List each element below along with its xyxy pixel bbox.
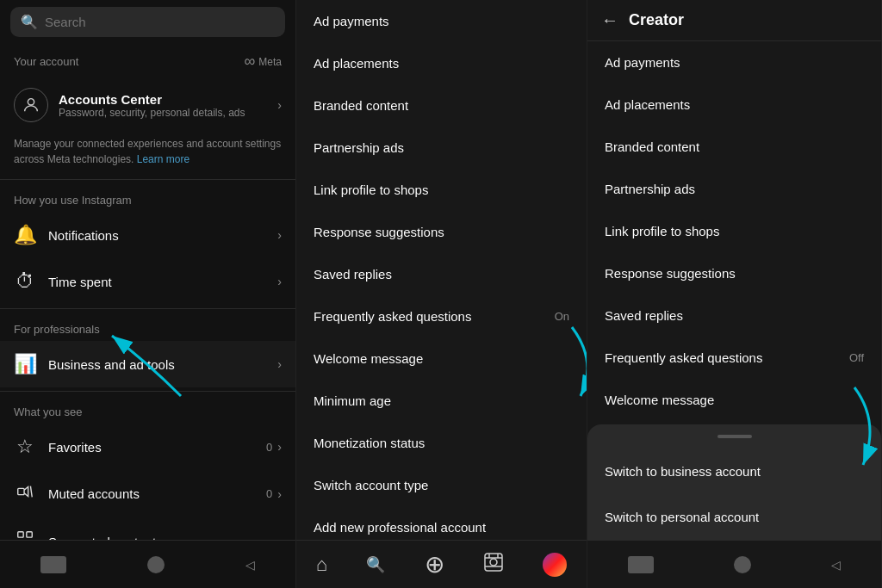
right-bottom-nav: ◁ xyxy=(587,540,881,588)
right-item-label-5: Response suggestions xyxy=(605,266,736,281)
mid-menu-item[interactable]: Minimum age xyxy=(296,380,587,422)
mid-item-label-10: Monetization status xyxy=(314,436,425,450)
android-circle-btn-right[interactable] xyxy=(734,556,751,573)
mid-item-label-5: Response suggestions xyxy=(314,225,444,239)
right-menu-item[interactable]: Frequently asked questions Off xyxy=(587,337,881,379)
accounts-center-text: Accounts Center Password, security, pers… xyxy=(59,92,245,119)
for-professionals-label: For professionals xyxy=(0,313,295,341)
meta-info-text: Manage your connected experiences and ac… xyxy=(0,131,295,176)
favorites-count: 0 xyxy=(266,441,272,454)
notifications-chevron: › xyxy=(277,228,282,242)
search-nav-icon[interactable]: 🔍 xyxy=(366,555,385,574)
muted-accounts-icon xyxy=(14,482,36,505)
mid-item-label-8: Welcome message xyxy=(314,351,423,366)
accounts-center-row[interactable]: Accounts Center Password, security, pers… xyxy=(0,79,295,131)
favorites-icon: ☆ xyxy=(14,436,36,458)
mid-item-label-9: Minimum age xyxy=(314,393,391,408)
how-you-use-label: How you use Instagram xyxy=(0,183,295,212)
mid-item-badge-7: On xyxy=(555,310,569,323)
right-menu-item[interactable]: Saved replies xyxy=(587,294,881,337)
right-panel-header: ← Creator xyxy=(587,0,881,41)
mid-item-label-11: Switch account type xyxy=(314,478,428,492)
mid-bottom-nav: ⌂ 🔍 ⊕ xyxy=(296,540,587,588)
divider-3 xyxy=(0,391,295,392)
svg-rect-3 xyxy=(18,532,23,537)
sheet-items-list: Switch to business accountSwitch to pers… xyxy=(587,449,881,540)
right-item-label-0: Ad payments xyxy=(605,55,680,70)
mid-panel: Ad payments Ad placements Branded conten… xyxy=(296,0,587,588)
muted-chevron: › xyxy=(277,487,282,501)
android-back-btn-right[interactable]: ◁ xyxy=(831,558,841,572)
right-menu-item[interactable]: Branded content xyxy=(587,126,881,168)
right-menu-item[interactable]: Partnership ads xyxy=(587,168,881,210)
time-spent-menu-item[interactable]: ⏱ Time spent › xyxy=(0,258,295,305)
mid-menu-item[interactable]: Add new professional account xyxy=(296,506,587,540)
profile-avatar[interactable] xyxy=(543,553,567,577)
what-you-see-label: What you see xyxy=(0,395,295,424)
accounts-center-icon xyxy=(14,88,48,122)
mid-menu-item[interactable]: Saved replies xyxy=(296,253,587,295)
mid-menu-item[interactable]: Welcome message xyxy=(296,337,587,380)
right-menu-item[interactable]: Link profile to shops xyxy=(587,210,881,252)
mid-menu-item[interactable]: Frequently asked questions On xyxy=(296,295,587,337)
divider-1 xyxy=(0,179,295,180)
notifications-menu-item[interactable]: 🔔 Notifications › xyxy=(0,212,295,258)
mid-menu-item[interactable]: Ad payments xyxy=(296,0,587,42)
right-item-label-1: Ad placements xyxy=(605,97,690,112)
right-menu-item[interactable]: Ad payments xyxy=(587,41,881,84)
android-square-btn[interactable] xyxy=(40,556,66,573)
right-item-label-4: Link profile to shops xyxy=(605,224,719,238)
mid-item-label-0: Ad payments xyxy=(314,14,389,28)
business-ad-tools-label: Business and ad tools xyxy=(48,357,175,372)
right-panel-title: Creator xyxy=(629,11,684,29)
right-item-label-8: Welcome message xyxy=(605,393,714,407)
left-bottom-nav: ◁ xyxy=(0,540,295,588)
android-circle-btn[interactable] xyxy=(147,556,165,573)
right-panel: ← Creator Ad payments Ad placements Bran… xyxy=(587,0,882,588)
right-menu-item[interactable]: Ad placements xyxy=(587,84,881,126)
accounts-center-chevron: › xyxy=(277,98,282,112)
mid-menu-item[interactable]: Branded content xyxy=(296,84,587,127)
favorites-label: Favorites xyxy=(48,440,102,455)
add-icon[interactable]: ⊕ xyxy=(425,550,444,579)
search-icon: 🔍 xyxy=(21,14,38,30)
business-ad-tools-icon: 📊 xyxy=(14,353,36,375)
home-icon[interactable]: ⌂ xyxy=(316,554,327,576)
mid-item-label-2: Branded content xyxy=(314,98,408,113)
business-ad-tools-chevron: › xyxy=(277,357,282,371)
android-back-btn[interactable]: ◁ xyxy=(245,558,255,572)
right-menu-item[interactable]: Response suggestions xyxy=(587,252,881,294)
search-input[interactable] xyxy=(45,15,275,29)
mid-panel-scroll[interactable]: Ad payments Ad placements Branded conten… xyxy=(296,0,587,540)
mid-menu-item[interactable]: Switch account type xyxy=(296,464,587,506)
learn-more-link[interactable]: Learn more xyxy=(137,153,189,165)
time-spent-icon: ⏱ xyxy=(14,270,36,293)
mid-item-label-6: Saved replies xyxy=(314,267,392,282)
muted-accounts-menu-item[interactable]: Muted accounts 0 › xyxy=(0,470,295,517)
right-menu-item[interactable]: Welcome message xyxy=(587,379,881,421)
mid-menu-item[interactable]: Response suggestions xyxy=(296,211,587,253)
svg-line-2 xyxy=(30,486,32,498)
mid-menu-item[interactable]: Ad placements xyxy=(296,42,587,84)
favorites-menu-item[interactable]: ☆ Favorites 0 › xyxy=(0,424,295,470)
reels-icon[interactable] xyxy=(483,552,504,578)
business-ad-tools-menu-item[interactable]: 📊 Business and ad tools › xyxy=(0,341,295,387)
mid-menu-item[interactable]: Partnership ads xyxy=(296,127,587,169)
search-bar[interactable]: 🔍 xyxy=(10,7,285,37)
notifications-icon: 🔔 xyxy=(14,224,36,246)
time-spent-chevron: › xyxy=(277,275,282,288)
sheet-item[interactable]: Switch to business account xyxy=(587,449,881,494)
muted-accounts-label: Muted accounts xyxy=(48,486,140,501)
mid-menu-item[interactable]: Link profile to shops xyxy=(296,169,587,211)
notifications-label: Notifications xyxy=(48,228,119,243)
mid-item-label-7: Frequently asked questions xyxy=(314,309,471,324)
your-account-label: Your account xyxy=(14,55,78,68)
svg-rect-8 xyxy=(485,554,502,571)
back-button[interactable]: ← xyxy=(601,10,618,30)
sheet-item[interactable]: Switch to personal account xyxy=(587,494,881,540)
muted-count: 0 xyxy=(266,487,272,500)
mid-menu-item[interactable]: Monetization status xyxy=(296,422,587,464)
android-square-btn-right[interactable] xyxy=(628,556,654,573)
favorites-chevron: › xyxy=(277,440,282,454)
sheet-handle xyxy=(717,435,752,438)
